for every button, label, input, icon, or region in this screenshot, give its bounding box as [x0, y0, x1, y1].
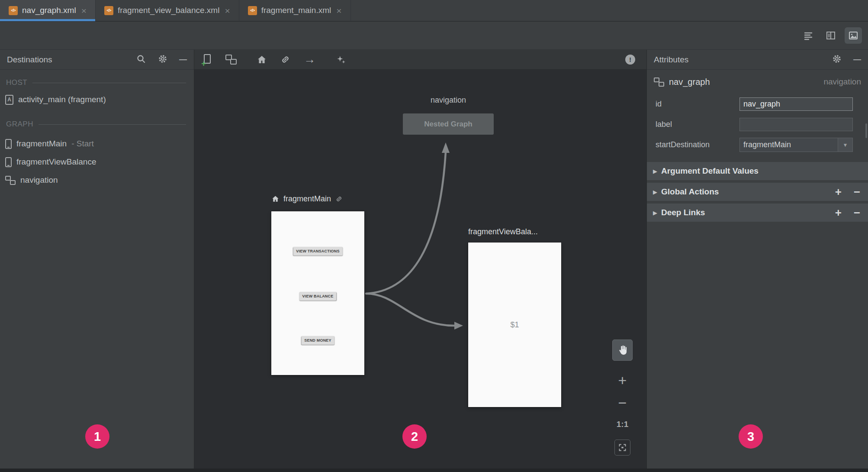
search-icon[interactable]: [136, 54, 146, 66]
section-argument-default-values[interactable]: ▶ Argument Default Values: [647, 162, 868, 180]
destination-label: navigation: [20, 175, 58, 185]
label-label: label: [656, 120, 739, 129]
tab-label: fragment_main.xml: [261, 6, 331, 15]
tab-label: nav_graph.xml: [22, 6, 76, 15]
hide-panel-icon[interactable]: —: [179, 55, 187, 64]
remove-icon[interactable]: −: [854, 186, 860, 197]
attribute-row-start-destination: startDestination fragmentMain ▼: [647, 135, 868, 155]
balance-placeholder-text: $1: [510, 320, 519, 330]
scrollbar-thumb[interactable]: [865, 123, 867, 138]
fragment-main-title: fragmentMain: [283, 194, 331, 204]
tab-fragment-view-balance[interactable]: </> fragment_view_balance.xml ×: [96, 0, 239, 21]
link-icon[interactable]: [280, 54, 291, 65]
zoom-level-label[interactable]: 1:1: [612, 420, 633, 429]
close-icon[interactable]: ×: [336, 6, 341, 15]
action-to-nested-graph: [366, 152, 446, 294]
section-divider: [32, 83, 186, 83]
component-name: nav_graph: [669, 77, 710, 87]
view-mode-toggles: [800, 27, 862, 44]
section-deep-links[interactable]: ▶ Deep Links + −: [647, 204, 868, 222]
xml-file-icon: </>: [248, 6, 257, 15]
tab-nav-graph[interactable]: </> nav_graph.xml ×: [0, 0, 96, 21]
attribute-row-label: label: [647, 114, 868, 135]
pan-tool-button[interactable]: [612, 339, 633, 361]
auto-arrange-icon[interactable]: [335, 54, 347, 65]
action-to-view-balance: [366, 294, 454, 326]
split-view-icon[interactable]: [822, 27, 839, 44]
annotation-badge-3: 3: [739, 424, 763, 449]
editor-toolbar-row: [0, 22, 868, 50]
zoom-to-fit-button[interactable]: [614, 440, 630, 456]
send-money-button: SEND MONEY: [301, 336, 334, 345]
start-destination-suffix: - Start: [71, 139, 94, 149]
action-arrow-icon[interactable]: →: [304, 54, 315, 65]
new-nested-graph-icon[interactable]: [225, 55, 237, 65]
bottom-edge: [0, 469, 868, 472]
gear-icon[interactable]: [832, 54, 842, 66]
destination-item-fragment-main[interactable]: fragmentMain - Start: [0, 135, 194, 153]
annotation-badge-2: 2: [402, 424, 427, 449]
zoom-out-icon[interactable]: −: [612, 394, 633, 411]
chevron-down-icon[interactable]: ▼: [838, 138, 852, 152]
new-destination-icon[interactable]: +: [203, 54, 212, 65]
expand-triangle-icon[interactable]: ▶: [653, 210, 657, 216]
label-input[interactable]: [739, 118, 853, 131]
fragment-icon: [5, 139, 12, 149]
section-divider: [39, 124, 186, 125]
destinations-header: Destinations —: [0, 50, 194, 70]
nav-graph-canvas[interactable]: navigation Nested Graph fragmentMain VIE…: [194, 70, 646, 469]
arrowhead-right: [454, 322, 463, 330]
annotation-badge-1: 1: [85, 424, 109, 449]
view-balance-button: VIEW BALANCE: [299, 292, 337, 301]
destinations-title: Destinations: [7, 55, 136, 65]
graph-label: GRAPH: [6, 120, 33, 129]
destination-item-navigation[interactable]: navigation: [0, 171, 194, 189]
tab-label: fragment_view_balance.xml: [118, 6, 220, 15]
code-view-icon[interactable]: [800, 27, 817, 44]
zoom-in-icon[interactable]: +: [612, 372, 633, 389]
nested-graph-node[interactable]: Nested Graph: [403, 113, 494, 135]
nav-graph-editor: + → ! navigation Nested Graph: [194, 50, 646, 469]
dropdown-value: fragmentMain: [740, 138, 838, 152]
close-icon[interactable]: ×: [81, 6, 87, 15]
fragment-main-header: fragmentMain: [271, 194, 343, 204]
fit-screen-icon: [618, 443, 627, 452]
close-icon[interactable]: ×: [225, 6, 230, 15]
add-icon[interactable]: +: [835, 207, 842, 218]
gear-icon[interactable]: [158, 54, 168, 66]
xml-file-icon: </>: [9, 6, 18, 15]
fragment-view-balance-header: fragmentViewBala...: [468, 227, 538, 236]
add-icon[interactable]: +: [835, 186, 842, 197]
fragment-main-preview[interactable]: VIEW TRANSACTIONS VIEW BALANCE SEND MONE…: [271, 211, 364, 375]
expand-triangle-icon[interactable]: ▶: [653, 189, 657, 195]
hide-panel-icon[interactable]: —: [853, 55, 861, 64]
assign-start-home-icon[interactable]: [257, 55, 267, 65]
canvas-toolbar: + → !: [194, 50, 646, 70]
start-destination-dropdown[interactable]: fragmentMain ▼: [739, 138, 853, 152]
destination-label: fragmentViewBalance: [16, 157, 96, 167]
destination-item-activity-main[interactable]: A activity_main (fragment): [0, 90, 194, 110]
start-destination-home-icon: [271, 195, 280, 203]
fragment-view-balance-preview[interactable]: $1: [468, 242, 561, 407]
section-global-actions[interactable]: ▶ Global Actions + −: [647, 183, 868, 201]
graph-section-header: GRAPH: [0, 117, 194, 131]
nested-graph-label: Nested Graph: [424, 120, 472, 129]
warning-icon[interactable]: !: [625, 55, 635, 65]
remove-icon[interactable]: −: [854, 207, 860, 218]
attribute-row-id: id: [647, 94, 868, 114]
destination-item-fragment-view-balance[interactable]: fragmentViewBalance: [0, 153, 194, 171]
host-section-header: HOST: [0, 76, 194, 90]
component-type: navigation: [823, 77, 861, 87]
nested-graph-icon: [654, 78, 664, 87]
deeplink-icon: [335, 195, 343, 203]
activity-icon: A: [5, 95, 13, 105]
expand-triangle-icon[interactable]: ▶: [653, 168, 657, 175]
attributes-panel: Attributes — nav_graph navigation id lab…: [646, 50, 868, 469]
destination-label: activity_main (fragment): [18, 95, 106, 104]
host-label: HOST: [6, 78, 27, 87]
design-view-icon[interactable]: [845, 27, 862, 44]
arrowhead-up: [442, 142, 450, 153]
id-input[interactable]: [739, 97, 853, 111]
nested-graph-title: navigation: [403, 96, 494, 105]
tab-fragment-main[interactable]: </> fragment_main.xml ×: [239, 0, 351, 21]
